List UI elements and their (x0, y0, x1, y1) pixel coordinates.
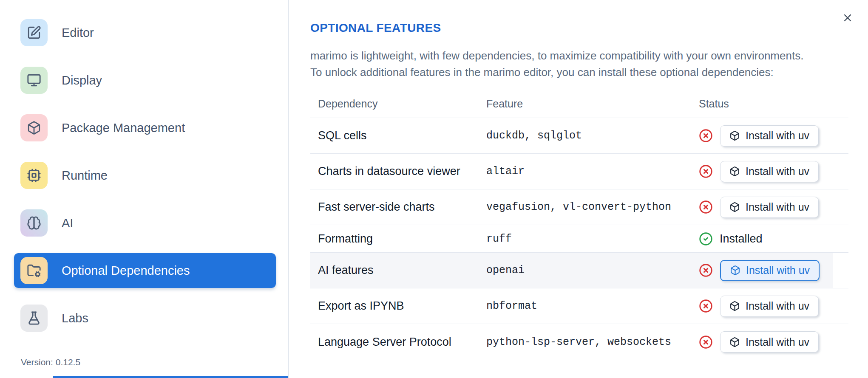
description-line-1: marimo is lightweight, with few dependen… (310, 49, 803, 62)
description-line-2: To unlock additional features in the mar… (310, 66, 774, 79)
column-header-status: Status (691, 98, 848, 110)
dependency-cell: Export as IPYNB (310, 299, 479, 313)
dependency-cell: Fast server-side charts (310, 200, 479, 214)
feature-cell: ruff (479, 233, 691, 245)
not-installed-icon (699, 164, 713, 178)
install-with-uv-button[interactable]: Install with uv (720, 296, 819, 317)
installed-label: Installed (720, 232, 763, 245)
version-label: Version: 0.12.5 (21, 357, 80, 367)
not-installed-icon (699, 129, 713, 143)
close-icon (842, 12, 854, 24)
dependency-cell: Language Server Protocol (310, 336, 479, 349)
package-icon (20, 114, 48, 141)
dependencies-table: Dependency Feature Status SQL cells duck… (310, 90, 848, 360)
install-with-uv-button[interactable]: Install with uv (720, 125, 819, 147)
folder-cog-icon (20, 257, 48, 284)
install-button-label: Install with uv (746, 300, 809, 312)
sidebar-item-display[interactable]: Display (14, 63, 276, 98)
feature-cell: altair (479, 165, 691, 178)
status-cell: Install with uv (691, 197, 848, 218)
box-icon (729, 130, 740, 141)
feature-cell: nbformat (479, 300, 691, 312)
square-pen-icon (20, 19, 48, 46)
install-button-label: Install with uv (746, 130, 809, 142)
page-title: OPTIONAL FEATURES (310, 21, 441, 35)
cpu-icon (20, 162, 48, 189)
feature-cell: duckdb, sqlglot (479, 130, 691, 142)
sidebar-item-label: Labs (62, 311, 88, 325)
not-installed-icon (699, 299, 713, 313)
not-installed-icon (699, 263, 713, 277)
box-icon (729, 337, 740, 347)
sidebar-item-optional-dependencies[interactable]: Optional Dependencies (14, 253, 276, 288)
install-with-uv-button[interactable]: Install with uv (720, 197, 819, 218)
table-row: Export as IPYNB nbformat Install with uv (310, 288, 848, 324)
box-icon (730, 265, 740, 276)
status-cell: Installed (691, 232, 848, 246)
box-icon (729, 166, 740, 177)
status-cell: Install with uv (691, 260, 848, 281)
sidebar-item-editor[interactable]: Editor (14, 15, 276, 50)
install-button-label: Install with uv (746, 264, 810, 276)
status-cell: Install with uv (691, 161, 848, 182)
feature-cell: openai (479, 264, 691, 276)
table-row: Charts in datasource viewer altair Insta… (310, 154, 848, 189)
settings-dialog: { "sidebar": { "items": [ { "label": "Ed… (0, 0, 868, 378)
dependency-cell: SQL cells (310, 129, 479, 142)
not-installed-icon (699, 335, 713, 349)
sidebar-item-label: Package Management (62, 121, 185, 135)
install-button-label: Install with uv (746, 165, 809, 178)
monitor-icon (20, 67, 48, 94)
column-header-dependency: Dependency (310, 98, 479, 110)
table-row: Language Server Protocol python-lsp-serv… (310, 324, 848, 360)
status-cell: Install with uv (691, 296, 848, 317)
sidebar-item-label: Optional Dependencies (62, 264, 190, 278)
bottom-accent-bar (53, 376, 288, 378)
column-header-feature: Feature (479, 98, 691, 110)
sidebar-item-package-management[interactable]: Package Management (14, 110, 276, 145)
description: marimo is lightweight, with few dependen… (310, 48, 803, 81)
install-with-uv-button[interactable]: Install with uv (720, 161, 819, 182)
box-icon (729, 202, 740, 212)
table-row: SQL cells duckdb, sqlglot Install with u… (310, 118, 848, 154)
sidebar-item-label: Display (62, 73, 102, 87)
dependency-cell: AI features (310, 264, 479, 277)
install-button-label: Install with uv (746, 336, 809, 348)
settings-sidebar: Editor Display Package Management Runtim… (0, 0, 289, 378)
feature-cell: python-lsp-server, websockets (479, 336, 691, 348)
sidebar-item-ai[interactable]: AI (14, 206, 276, 240)
sidebar-item-label: Runtime (62, 169, 108, 183)
table-row: Formatting ruff Installed (310, 225, 848, 253)
not-installed-icon (699, 200, 713, 214)
sidebar-item-runtime[interactable]: Runtime (14, 158, 276, 193)
table-row: AI features openai Install with uv (310, 253, 848, 288)
status-cell: Install with uv (691, 125, 848, 147)
dependency-cell: Charts in datasource viewer (310, 165, 479, 178)
install-with-uv-button[interactable]: Install with uv (720, 260, 820, 281)
status-cell: Install with uv (691, 331, 848, 353)
sidebar-nav: Editor Display Package Management Runtim… (14, 15, 276, 336)
sidebar-item-label: AI (62, 216, 73, 230)
install-with-uv-button[interactable]: Install with uv (720, 331, 819, 353)
table-body: SQL cells duckdb, sqlglot Install with u… (310, 118, 848, 360)
brain-icon (20, 209, 48, 237)
table-header-row: Dependency Feature Status (310, 90, 848, 118)
install-button-label: Install with uv (746, 201, 809, 213)
table-row: Fast server-side charts vegafusion, vl-c… (310, 189, 848, 225)
sidebar-item-label: Editor (62, 26, 94, 40)
optional-features-panel: OPTIONAL FEATURES marimo is lightweight,… (289, 0, 868, 378)
feature-cell: vegafusion, vl-convert-python (479, 201, 691, 213)
installed-check-icon (699, 232, 713, 246)
sidebar-item-labs[interactable]: Labs (14, 301, 276, 336)
dependency-cell: Formatting (310, 232, 479, 245)
flask-icon (20, 305, 48, 332)
box-icon (729, 301, 740, 311)
close-button[interactable] (840, 10, 855, 25)
